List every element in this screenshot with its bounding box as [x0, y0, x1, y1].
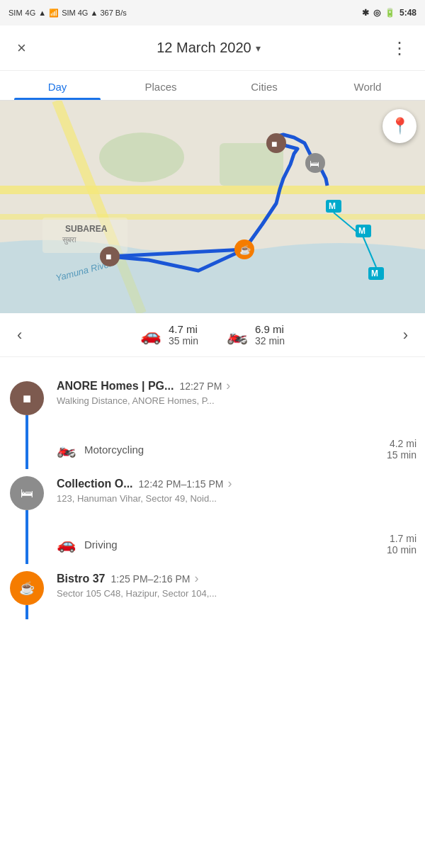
transport-options: 🚗 4.7 mi 35 min 🏍️ 6.9 mi 32 min — [28, 323, 397, 346]
segment-1-distance: 4.2 mi — [387, 438, 416, 449]
status-bar: SIM 4G ▲ 📶 SIM 4G ▲ 367 B/s ✱ ◎ 🔋 5:48 — [0, 0, 425, 26]
network-icon: 4G — [26, 9, 36, 17]
date-label: 12 March 2020 — [157, 40, 251, 56]
segment-2: 🚗 Driving 1.7 mi 10 min — [0, 524, 425, 564]
entry-2-address: 123, Hanuman Vihar, Sector 49, Noid... — [57, 493, 416, 504]
entry-2-name: Collection O... — [57, 478, 133, 490]
more-button[interactable]: ⋮ — [385, 33, 414, 64]
entry-1-address: Walking Distance, ANORE Homes, P... — [57, 395, 416, 406]
segment-1: 🏍️ Motorcycling 4.2 mi 15 min — [0, 429, 425, 469]
entry-2-content[interactable]: Collection O... 12:42 PM–1:15 PM › 123, … — [54, 469, 425, 524]
date-dropdown-arrow: ▾ — [256, 43, 261, 54]
entry-3-name: Bistro 37 — [57, 573, 105, 585]
sim-icon: SIM — [8, 9, 23, 17]
entry-2-time: 12:42 PM–1:15 PM — [139, 478, 224, 490]
moto-time: 32 min — [255, 335, 285, 346]
map-location-button[interactable]: 📍 — [382, 109, 416, 143]
entry-2-icon: 🛏 — [10, 476, 44, 510]
segment-1-label: Motorcycling — [84, 444, 387, 456]
car-icon: 🚗 — [140, 325, 162, 345]
timeline: ■ ANORE Homes | PG... 12:27 PM › Walking… — [0, 357, 425, 631]
header: × 12 March 2020 ▾ ⋮ — [0, 26, 425, 71]
segment-2-duration: 10 min — [387, 544, 416, 556]
transport-row: ‹ 🚗 4.7 mi 35 min 🏍️ 6.9 mi 32 min › — [0, 313, 425, 357]
time-display: 5:48 — [400, 8, 416, 18]
bluetooth-icon: ✱ — [362, 8, 369, 18]
entry-3-icon: ☕ — [10, 571, 44, 605]
tab-day[interactable]: Day — [6, 71, 109, 100]
entry-3-content[interactable]: Bistro 37 1:25 PM–2:16 PM › Sector 105 C… — [54, 564, 425, 619]
status-right: ✱ ◎ 🔋 5:48 — [362, 8, 416, 18]
svg-rect-8 — [42, 218, 128, 253]
entry-3-time: 1:25 PM–2:16 PM — [110, 573, 190, 585]
header-title[interactable]: 12 March 2020 ▾ — [157, 40, 260, 56]
close-button[interactable]: × — [11, 33, 32, 63]
svg-text:सुबरा: सुबरा — [62, 235, 76, 244]
segment-2-distance-info: 1.7 mi 10 min — [387, 533, 416, 556]
svg-text:M: M — [329, 201, 336, 211]
moto-icon: 🏍️ — [227, 325, 248, 345]
battery-icon: 🔋 — [385, 8, 395, 18]
prev-transport-button[interactable]: ‹ — [11, 326, 28, 344]
entry-1-chevron: › — [226, 378, 230, 393]
entry-2-chevron: › — [227, 476, 232, 491]
tab-cities[interactable]: Cities — [212, 71, 316, 100]
entry-3-chevron: › — [195, 571, 199, 586]
segment-1-icon: 🏍️ — [57, 440, 76, 458]
moto-info: 6.9 mi 32 min — [255, 323, 285, 346]
segment-2-icon: 🚗 — [57, 535, 76, 553]
car-info: 4.7 mi 35 min — [169, 323, 198, 346]
map-view[interactable]: Yamuna River SUBAREA सुबरा M M M ■ ☕ ■ 🛏… — [0, 101, 425, 313]
timeline-entry-3: ☕ Bistro 37 1:25 PM–2:16 PM › Sector 105… — [0, 564, 425, 619]
svg-rect-1 — [0, 186, 425, 194]
timeline-entry-2: 🛏 Collection O... 12:42 PM–1:15 PM › 123… — [0, 469, 425, 524]
segment-2-distance: 1.7 mi — [387, 533, 416, 544]
entry-3-address: Sector 105 C48, Hazipur, Sector 104,... — [57, 588, 416, 599]
svg-point-4 — [99, 133, 184, 182]
car-option: 🚗 4.7 mi 35 min — [140, 323, 198, 346]
next-transport-button[interactable]: › — [397, 326, 414, 344]
entry-1-content[interactable]: ANORE Homes | PG... 12:27 PM › Walking D… — [54, 368, 425, 429]
moto-distance: 6.9 mi — [255, 323, 285, 335]
moto-option: 🏍️ 6.9 mi 32 min — [227, 323, 285, 346]
svg-text:SUBAREA: SUBAREA — [65, 224, 108, 234]
location-icon: ◎ — [373, 8, 380, 18]
status-left: SIM 4G ▲ 📶 SIM 4G ▲ 367 B/s — [8, 9, 127, 18]
timeline-entry-1: ■ ANORE Homes | PG... 12:27 PM › Walking… — [0, 368, 425, 429]
svg-text:☕: ☕ — [239, 244, 251, 256]
tab-places[interactable]: Places — [109, 71, 212, 100]
signal-icon: ▲ — [38, 9, 46, 17]
entry-1-icon: ■ — [10, 381, 44, 415]
svg-text:■: ■ — [106, 251, 111, 262]
car-time: 35 min — [169, 335, 198, 346]
svg-text:🛏: 🛏 — [310, 158, 319, 169]
svg-text:M: M — [371, 269, 378, 278]
entry-1-time: 12:27 PM — [179, 381, 222, 392]
segment-1-distance-info: 4.2 mi 15 min — [387, 438, 416, 461]
tabs-bar: Day Places Cities World — [0, 71, 425, 101]
segment-1-duration: 15 min — [387, 449, 416, 461]
segment-2-label: Driving — [84, 539, 387, 551]
data-speed: SIM 4G ▲ 367 B/s — [62, 9, 127, 17]
location-pin-icon: 📍 — [390, 117, 409, 135]
tab-world[interactable]: World — [316, 71, 419, 100]
entry-1-name: ANORE Homes | PG... — [57, 380, 174, 393]
wifi-icon: 📶 — [49, 9, 59, 18]
car-distance: 4.7 mi — [169, 323, 198, 335]
svg-text:■: ■ — [271, 138, 277, 150]
